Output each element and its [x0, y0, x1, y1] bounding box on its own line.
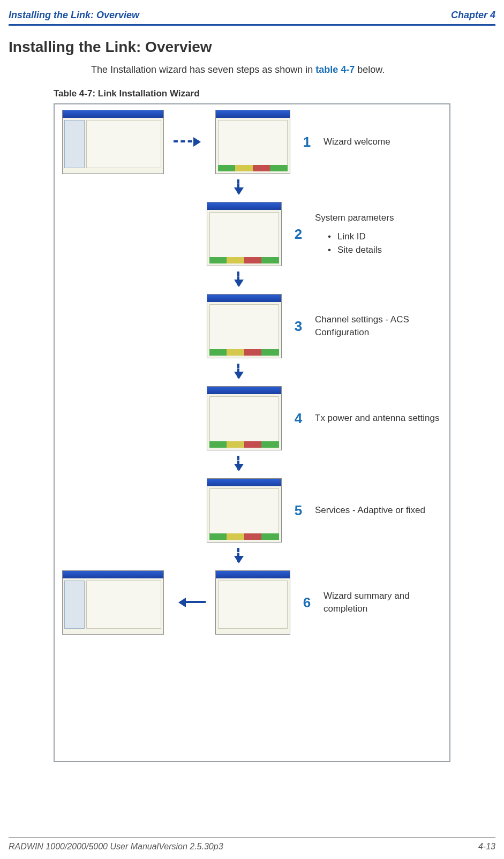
step2-bullets: Link ID Site details [315, 230, 442, 257]
step-number: 6 [300, 594, 314, 611]
step-description: System parameters Link ID Site details [315, 212, 442, 257]
manager-screenshot-thumb [62, 570, 164, 635]
wizard-step4-thumb [207, 386, 282, 450]
intro-prefix: The Installation wizard has seven steps … [91, 64, 315, 75]
wizard-step1-thumb [215, 110, 290, 174]
arrow-left-icon [174, 598, 206, 607]
step-2-row: 2 System parameters Link ID Site details [62, 202, 442, 266]
footer-right: 4-13 [478, 842, 495, 852]
step-number: 1 [300, 134, 314, 150]
step2-title: System parameters [315, 213, 394, 223]
intro-paragraph: The Installation wizard has seven steps … [0, 63, 504, 77]
step-4-row: 4 Tx power and antenna settings [62, 386, 442, 450]
step-number: 2 [291, 226, 305, 243]
step-description: Tx power and antenna settings [315, 412, 442, 425]
step-description: Services - Adaptive or fixed [315, 504, 442, 517]
table-frame: 1 Wizard welcome 2 System parameters Lin… [54, 103, 450, 762]
step-5-row: 5 Services - Adaptive or fixed [62, 478, 442, 542]
step-description: Wizard welcome [324, 135, 442, 149]
table-ref-link[interactable]: table 4-7 [315, 64, 355, 75]
table-caption: Table 4-7: Link Installation Wizard [0, 77, 504, 103]
step-3-row: 3 Channel settings - ACS Configuration [62, 294, 442, 358]
header-right: Chapter 4 [451, 10, 495, 21]
step-number: 5 [291, 502, 305, 519]
step-6-row: 6 Wizard summary and completion [62, 570, 442, 635]
step-description: Channel settings - ACS Configuration [315, 313, 442, 340]
intro-suffix: below. [355, 64, 385, 75]
manager-screenshot-thumb [62, 110, 164, 174]
bullet-item: Site details [328, 244, 442, 257]
wizard-step5-thumb [207, 478, 282, 542]
header-left: Installing the Link: Overview [9, 10, 139, 21]
bullet-item: Link ID [328, 230, 442, 244]
wizard-step6-thumb [215, 570, 290, 635]
step-number: 3 [291, 318, 305, 335]
arrow-down-icon [234, 456, 244, 476]
arrow-down-icon [234, 548, 244, 568]
arrow-down-icon [234, 364, 244, 384]
wizard-step2-thumb [207, 202, 282, 266]
arrow-right-icon [174, 137, 206, 147]
step-description: Wizard summary and completion [324, 590, 442, 616]
arrow-down-icon [234, 272, 244, 292]
page-footer: RADWIN 1000/2000/5000 User ManualVersion… [9, 837, 495, 852]
page-header: Installing the Link: Overview Chapter 4 [0, 0, 504, 24]
footer-left: RADWIN 1000/2000/5000 User ManualVersion… [9, 842, 223, 852]
wizard-step3-thumb [207, 294, 282, 358]
arrow-down-icon [234, 179, 244, 200]
step-1-row: 1 Wizard welcome [62, 110, 442, 174]
section-title: Installing the Link: Overview [0, 26, 504, 63]
step-number: 4 [291, 410, 305, 427]
